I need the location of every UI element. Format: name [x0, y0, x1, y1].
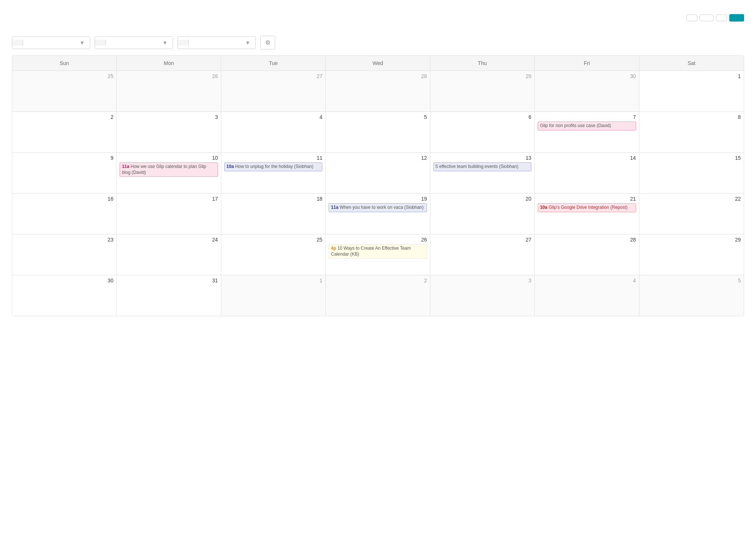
- date-number: 2: [329, 278, 427, 284]
- calendar-cell[interactable]: 7Glip for non profits use case (David): [535, 111, 639, 152]
- calendar-cell[interactable]: 18: [221, 193, 326, 234]
- date-number: 23: [15, 237, 113, 243]
- calendar-cell[interactable]: 3: [430, 275, 535, 316]
- tasks-label: [178, 40, 189, 46]
- calendar-cell[interactable]: 1011a How we use Glip calendar to plan G…: [117, 152, 221, 193]
- date-number: 27: [224, 73, 322, 79]
- calendar-cell[interactable]: 28: [326, 71, 430, 111]
- calendar-event[interactable]: 5 effective team building events (Siobha…: [433, 162, 531, 171]
- calendar-cell[interactable]: 27: [430, 234, 535, 275]
- date-number: 6: [433, 114, 531, 120]
- calendar-cell[interactable]: 29: [639, 234, 744, 275]
- calendar-cell[interactable]: 4: [535, 275, 639, 316]
- calendar-cell[interactable]: 1911a When you have to work on vaca (Sio…: [326, 193, 430, 234]
- calendar-event[interactable]: Glip for non profits use case (David): [538, 122, 636, 130]
- calendar-cell[interactable]: 28: [535, 234, 639, 275]
- date-number: 15: [642, 155, 741, 161]
- calendar-cell[interactable]: 26: [117, 71, 221, 111]
- date-number: 3: [433, 278, 531, 284]
- calendar-cell[interactable]: 25: [221, 234, 326, 275]
- date-number: 7: [538, 114, 636, 120]
- tasks-select[interactable]: ▼: [189, 37, 255, 49]
- day-header: Thu: [430, 56, 535, 71]
- new-event-button[interactable]: [729, 14, 744, 22]
- date-number: 28: [538, 237, 636, 243]
- day-header: Mon: [117, 56, 221, 71]
- date-number: 9: [15, 155, 113, 161]
- calendar-cell[interactable]: 1: [221, 275, 326, 316]
- calendar-cell[interactable]: 30: [12, 275, 117, 316]
- calendar-cell[interactable]: 24: [117, 234, 221, 275]
- prev-button[interactable]: [686, 14, 697, 21]
- calendar-cell[interactable]: 17: [117, 193, 221, 234]
- calendar-cell[interactable]: 6: [430, 111, 535, 152]
- calendar-event[interactable]: 10a How to unplug for the holiday (Siobh…: [224, 162, 322, 171]
- calendar-cell[interactable]: 29: [430, 71, 535, 111]
- calendar-cell[interactable]: 9: [12, 152, 117, 193]
- calendar-cell[interactable]: 135 effective team building events (Siob…: [430, 152, 535, 193]
- date-number: 12: [329, 155, 427, 161]
- show-label: [12, 40, 23, 46]
- calendar-cell[interactable]: 3: [117, 111, 221, 152]
- calendar-cell[interactable]: 1: [639, 71, 744, 111]
- calendar-cell[interactable]: 16: [12, 193, 117, 234]
- date-number: 20: [433, 196, 531, 202]
- calendar: SunMonTueWedThuFriSat 252627282930123456…: [12, 55, 744, 316]
- calendar-event[interactable]: 11a How we use Glip calendar to plan Gli…: [120, 162, 218, 177]
- today-button[interactable]: [700, 14, 714, 21]
- calendar-cell[interactable]: 4: [221, 111, 326, 152]
- calendar-cell[interactable]: 20: [430, 193, 535, 234]
- day-header: Tue: [221, 56, 326, 71]
- date-number: 30: [15, 278, 113, 284]
- date-number: 11: [224, 155, 322, 161]
- calendar-event[interactable]: 11a When you have to work on vaca (Siobh…: [329, 203, 427, 212]
- calendar-body: 2526272829301234567Glip for non profits …: [12, 71, 744, 316]
- calendar-cell[interactable]: 25: [12, 71, 117, 111]
- calendar-cell[interactable]: 5: [326, 111, 430, 152]
- date-number: 3: [120, 114, 218, 120]
- date-number: 26: [329, 237, 427, 243]
- calendar-cell[interactable]: 2110a Glip's Google Drive Integration (R…: [535, 193, 639, 234]
- date-number: 16: [15, 196, 113, 202]
- calendar-title: [12, 9, 15, 27]
- calendar-cell[interactable]: 2: [12, 111, 117, 152]
- calendar-cell[interactable]: 15: [639, 152, 744, 193]
- calendar-cell[interactable]: 31: [117, 275, 221, 316]
- date-number: 21: [538, 196, 636, 202]
- next-button[interactable]: [716, 14, 727, 21]
- tasks-group: ▼: [177, 36, 256, 49]
- show-group: ▼: [12, 36, 90, 49]
- calendar-cell[interactable]: 5: [639, 275, 744, 316]
- calendar-cell[interactable]: 8: [639, 111, 744, 152]
- day-header: Fri: [535, 56, 639, 71]
- date-number: 10: [120, 155, 218, 161]
- calendar-cell[interactable]: 27: [221, 71, 326, 111]
- calendar-event[interactable]: 10a Glip's Google Drive Integration (Rep…: [538, 203, 636, 212]
- show-select[interactable]: ▼: [23, 37, 90, 49]
- calendar-cell[interactable]: 2: [326, 275, 430, 316]
- date-number: 24: [120, 237, 218, 243]
- nav-controls: [686, 14, 744, 22]
- calendar-header: SunMonTueWedThuFriSat: [12, 56, 744, 71]
- calendar-cell[interactable]: 12: [326, 152, 430, 193]
- calendar-cell[interactable]: 23: [12, 234, 117, 275]
- date-number: 4: [538, 278, 636, 284]
- date-number: 28: [329, 73, 427, 79]
- date-number: 5: [642, 278, 741, 284]
- calendar-cell[interactable]: 30: [535, 71, 639, 111]
- date-number: 14: [538, 155, 636, 161]
- calendar-cell[interactable]: 1110a How to unplug for the holiday (Sio…: [221, 152, 326, 193]
- date-number: 8: [642, 114, 741, 120]
- date-number: 29: [642, 237, 741, 243]
- date-number: 27: [433, 237, 531, 243]
- calendar-cell[interactable]: 22: [639, 193, 744, 234]
- date-number: 30: [538, 73, 636, 79]
- settings-button[interactable]: ⚙: [260, 36, 275, 49]
- day-header: Wed: [326, 56, 430, 71]
- calendar-event[interactable]: 4p 10 Ways to Create An Effective Team C…: [329, 244, 427, 259]
- calendar-cell[interactable]: 264p 10 Ways to Create An Effective Team…: [326, 234, 430, 275]
- calendar-cell[interactable]: 14: [535, 152, 639, 193]
- date-number: 26: [120, 73, 218, 79]
- toolbar: ▼ ▼ ▼ ⚙: [0, 33, 756, 55]
- view-select[interactable]: ▼: [106, 37, 173, 49]
